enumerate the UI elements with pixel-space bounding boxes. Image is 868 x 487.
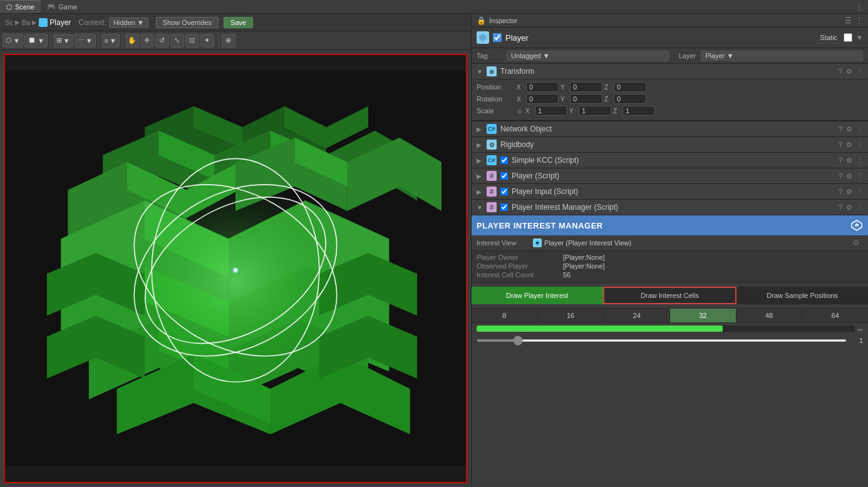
rot-z-input[interactable]	[614, 94, 646, 104]
static-checkbox[interactable]	[844, 33, 852, 42]
inspector-menu-icon[interactable]: ☰	[845, 16, 852, 25]
gizmo-tool-button[interactable]: ⊕	[222, 34, 235, 48]
tag-dropdown[interactable]: Untagged ▼	[507, 51, 669, 61]
transform-settings-icon[interactable]: ⚙	[846, 68, 852, 76]
pos-x-input[interactable]	[526, 82, 559, 92]
breadcrumb-ba[interactable]: Ba	[22, 19, 30, 26]
tab-more-options[interactable]: ⋮	[850, 3, 868, 11]
tag-value: Untagged	[511, 52, 541, 59]
display-dropdown[interactable]: 🔲 ▼	[24, 34, 48, 48]
transform-menu-icon[interactable]: ⋮	[856, 68, 863, 76]
simple-kcc-help-icon[interactable]: ?	[839, 156, 842, 165]
num-btn-32[interactable]: 32	[670, 309, 736, 322]
pim-help-icon[interactable]: ?	[839, 203, 842, 212]
draw-player-interest-button[interactable]: Draw Player Interest	[472, 287, 603, 304]
scale-row: Scale ⊙ X Y Z	[477, 106, 863, 116]
draw-interest-cells-button[interactable]: Draw Interest Cells	[603, 287, 737, 304]
pos-y-input[interactable]	[570, 82, 602, 92]
pos-z-input[interactable]	[614, 82, 646, 92]
tab-game[interactable]: 🎮 Game	[41, 0, 83, 13]
player-input-component[interactable]: ▶ # Player Input (Script) ? ⚙ ⋮	[472, 184, 868, 200]
breadcrumb-sc[interactable]: Sc	[5, 19, 13, 26]
rigidbody-menu-icon[interactable]: ⋮	[856, 141, 863, 149]
pim-refresh-icon[interactable]	[850, 219, 863, 232]
player-input-settings-icon[interactable]: ⚙	[846, 188, 852, 196]
simple-kcc-menu-icon[interactable]: ⋮	[856, 156, 863, 165]
object-active-checkbox[interactable]	[493, 33, 502, 42]
player-script-settings-icon[interactable]: ⚙	[846, 172, 852, 180]
scale-x-input[interactable]	[535, 106, 567, 116]
num-btn-48[interactable]: 48	[736, 309, 803, 322]
inspector-dots-icon[interactable]: ⋮	[855, 16, 863, 25]
rot-z-label: Z	[604, 96, 612, 103]
interest-cell-count-value: 56	[563, 271, 571, 279]
player-script-arrow-icon: ▶	[477, 173, 483, 180]
layer-value: Player	[705, 52, 725, 59]
pim-checkbox[interactable]	[500, 203, 508, 211]
context-dropdown[interactable]: Hidden ▼	[109, 18, 148, 28]
player-script-help-icon[interactable]: ?	[839, 172, 842, 180]
player-input-menu-icon[interactable]: ⋮	[856, 188, 863, 196]
network-object-settings-icon[interactable]: ⚙	[846, 125, 852, 133]
object-icon	[477, 31, 489, 44]
view-dropdown[interactable]: ⬡ ▼	[3, 34, 23, 48]
rot-y-input[interactable]	[570, 94, 602, 104]
scene-tab-icon: ⬡	[6, 3, 13, 11]
scale-z-input[interactable]	[623, 106, 655, 116]
edit-icon[interactable]: ✏	[857, 326, 863, 334]
rotate-tool-button[interactable]: ↺	[155, 34, 169, 48]
rigidbody-component[interactable]: ▶ ⚙ Rigidbody ? ⚙ ⋮	[472, 137, 868, 153]
simple-kcc-checkbox[interactable]	[500, 156, 508, 164]
rot-y-label: Y	[561, 96, 568, 103]
player-script-checkbox[interactable]	[500, 172, 508, 180]
save-button[interactable]: Save	[224, 17, 253, 28]
svg-point-40	[536, 242, 539, 244]
network-object-component[interactable]: ▶ C# Network Object ? ⚙ ⋮	[472, 121, 868, 137]
show-overrides-button[interactable]: Show Overrides	[156, 17, 219, 28]
pim-menu-icon[interactable]: ⋮	[856, 203, 863, 212]
rigidbody-help-icon[interactable]: ?	[839, 141, 842, 149]
rect-tool-button[interactable]: ⊡	[185, 34, 199, 48]
static-dropdown-arrow[interactable]: ▼	[856, 34, 863, 41]
player-script-component[interactable]: ▶ # Player (Script) ? ⚙ ⋮	[472, 168, 868, 184]
num-btn-8[interactable]: 8	[472, 309, 538, 322]
network-object-help-icon[interactable]: ?	[839, 125, 842, 133]
layer-dropdown[interactable]: Player ▼	[701, 51, 863, 61]
slider-value: 1	[850, 337, 863, 344]
interest-view-text: Player (Player Interest View)	[544, 239, 631, 247]
nav-dropdown[interactable]: ≡ ▼	[101, 34, 120, 48]
draw-sample-positions-button[interactable]: Draw Sample Positions	[736, 287, 868, 304]
inspector-title: Inspector	[489, 17, 845, 24]
player-script-menu-icon[interactable]: ⋮	[856, 172, 863, 180]
scale-tool-button[interactable]: ⤡	[170, 34, 184, 48]
move-tool-button[interactable]: ✛	[140, 34, 154, 48]
rot-x-input[interactable]	[526, 94, 559, 104]
rigidbody-name: Rigidbody	[500, 140, 835, 149]
transform-help-icon[interactable]: ?	[839, 68, 842, 76]
simple-kcc-name: Simple KCC (Script)	[512, 156, 835, 165]
num-btn-16[interactable]: 16	[538, 309, 604, 322]
pim-component-actions: ? ⚙ ⋮	[839, 203, 863, 212]
num-btn-24[interactable]: 24	[604, 309, 670, 322]
interest-view-target-icon[interactable]: ⊙	[853, 238, 863, 248]
pim-settings-icon[interactable]: ⚙	[846, 203, 852, 212]
display-icon: 🔲	[28, 36, 36, 44]
transform-component-header[interactable]: ▼ ⊕ Transform ? ⚙ ⋮	[472, 64, 868, 79]
svg-point-37	[234, 269, 237, 272]
network-object-name: Network Object	[500, 125, 835, 133]
player-input-help-icon[interactable]: ?	[839, 188, 842, 196]
rigidbody-settings-icon[interactable]: ⚙	[846, 141, 852, 149]
simple-kcc-settings-icon[interactable]: ⚙	[846, 156, 852, 165]
num-btn-64[interactable]: 64	[802, 309, 868, 322]
player-input-checkbox[interactable]	[500, 188, 508, 195]
network-object-menu-icon[interactable]: ⋮	[856, 125, 863, 133]
slider-input[interactable]	[477, 339, 847, 342]
player-interest-manager-component-header[interactable]: ▼ # Player Interest Manager (Script) ? ⚙…	[472, 200, 868, 215]
simple-kcc-component[interactable]: ▶ C# Simple KCC (Script) ? ⚙ ⋮	[472, 153, 868, 168]
transform-tool-button[interactable]: ✦	[200, 34, 214, 48]
hand-tool-button[interactable]: ✋	[125, 34, 139, 48]
scale-y-input[interactable]	[579, 106, 611, 116]
render-dropdown[interactable]: ⋯ ▼	[75, 34, 96, 48]
layout-dropdown[interactable]: ⊞ ▼	[53, 34, 73, 48]
tab-scene[interactable]: ⬡ Scene	[0, 0, 41, 13]
